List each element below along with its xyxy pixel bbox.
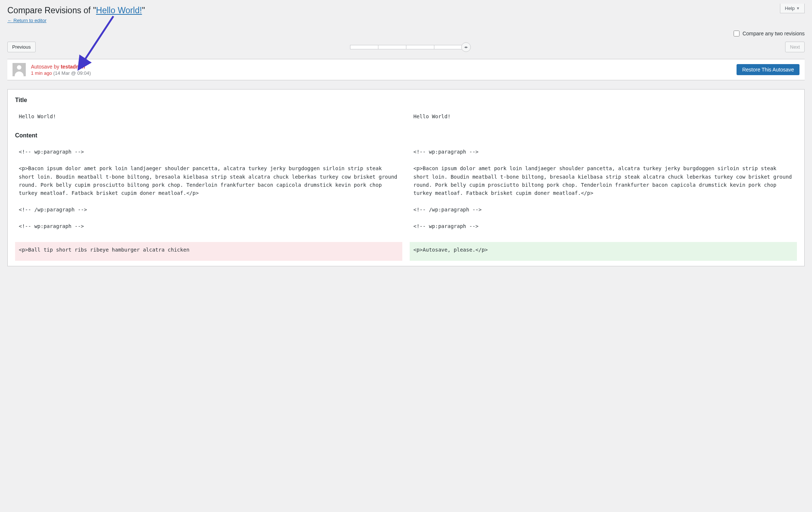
- heading-suffix: ": [142, 6, 145, 15]
- slider-segment: [378, 45, 406, 49]
- revision-meta: Autosave by testadmin 1 min ago (14 Mar …: [7, 59, 805, 80]
- revision-slider[interactable]: ◂▸: [350, 42, 471, 52]
- title-left: Hello World!: [15, 109, 402, 127]
- compare-any-two-text: Compare any two revisions: [742, 31, 805, 36]
- compare-any-two-checkbox-label[interactable]: Compare any two revisions: [734, 31, 805, 36]
- slider-segment: [434, 45, 462, 49]
- compare-any-two-checkbox[interactable]: [734, 31, 739, 36]
- diff-container: Title Hello World! Hello World! Content …: [7, 89, 805, 266]
- content-left-block: <!-- wp:paragraph --> <p>Bacon ipsum dol…: [15, 144, 402, 237]
- content-right-block: <!-- wp:paragraph --> <p>Bacon ipsum dol…: [410, 144, 797, 237]
- return-to-editor-link[interactable]: ← Return to editor: [7, 18, 46, 23]
- autosave-user: testadmin: [61, 64, 85, 70]
- autosave-timestamp: (14 Mar @ 09:04): [53, 70, 91, 76]
- next-button: Next: [785, 42, 805, 52]
- slider-segment: [406, 45, 434, 49]
- title-heading: Title: [15, 97, 797, 104]
- slider-segment: [350, 45, 378, 49]
- help-button[interactable]: Help ▼: [780, 4, 805, 13]
- content-heading: Content: [15, 132, 797, 139]
- autosave-ago: 1 min ago: [31, 70, 53, 76]
- slider-handle[interactable]: ◂▸: [461, 42, 471, 52]
- slider-track: [350, 45, 463, 49]
- autosave-by-label: Autosave by: [31, 64, 61, 70]
- content-right-added: <p>Autosave, please.</p>: [410, 242, 797, 260]
- chevron-down-icon: ▼: [796, 6, 800, 10]
- heading-prefix: Compare Revisions of ": [7, 6, 96, 15]
- post-title-link[interactable]: Hello World!: [96, 6, 142, 15]
- autosave-by-line: Autosave by testadmin: [31, 64, 91, 70]
- help-label: Help: [785, 6, 795, 11]
- autosave-time-line: 1 min ago (14 Mar @ 09:04): [31, 70, 91, 76]
- previous-button[interactable]: Previous: [7, 42, 36, 52]
- avatar: [13, 63, 26, 76]
- title-right: Hello World!: [410, 109, 797, 127]
- restore-autosave-button[interactable]: Restore This Autosave: [737, 64, 799, 75]
- content-left-removed: <p>Ball tip short ribs ribeye hamburger …: [15, 242, 402, 260]
- page-title: Compare Revisions of "Hello World!": [7, 6, 145, 15]
